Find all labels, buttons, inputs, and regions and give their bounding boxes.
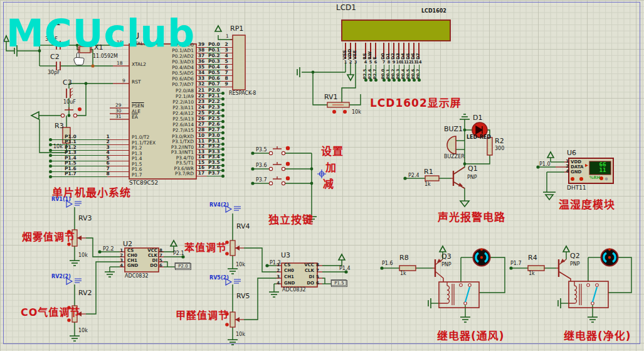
- rv2-tag: RV2(2): [51, 274, 71, 279]
- pin-number: 4: [117, 263, 123, 268]
- rv5-ref[interactable]: RV5: [236, 293, 250, 300]
- rv5-caption[interactable]: 甲醛值调节: [176, 311, 229, 321]
- rv4-value[interactable]: 10k: [236, 262, 245, 267]
- wire: [389, 65, 390, 79]
- rv2-ref[interactable]: RV2: [78, 289, 92, 296]
- pin-number: 3: [352, 60, 359, 65]
- net-label: P1.7: [65, 171, 77, 176]
- u6-ref[interactable]: U6: [567, 149, 576, 156]
- lcd-part[interactable]: LCD1602: [421, 9, 446, 14]
- buz1-ref[interactable]: BUZ1: [444, 126, 463, 132]
- pin-name: RW: [367, 43, 372, 60]
- relay2-net: P1.7: [510, 261, 522, 266]
- key2-label[interactable]: 加: [325, 163, 337, 173]
- x1-freq[interactable]: 11.0592M: [93, 54, 118, 59]
- pin-name: VCC: [147, 248, 157, 253]
- mcu-ref[interactable]: U: [133, 31, 139, 40]
- dht-caption[interactable]: 温湿度模块: [559, 200, 615, 210]
- c3-ref[interactable]: C3: [63, 79, 72, 86]
- ale-num: 30: [115, 109, 122, 114]
- respack-pin-number: 8: [220, 75, 233, 81]
- lcd-ref[interactable]: LCD1: [336, 4, 356, 11]
- alarm-caption[interactable]: 声光报警电路: [438, 212, 505, 223]
- rv2-caption[interactable]: CO气值调节: [21, 308, 80, 318]
- q2-ref[interactable]: Q2: [570, 252, 580, 259]
- r4-ref[interactable]: R4: [528, 254, 537, 261]
- r8-ref[interactable]: R8: [399, 254, 409, 261]
- net-dot: [408, 78, 411, 82]
- rv3-value[interactable]: 10k: [78, 253, 88, 258]
- r3-ref[interactable]: R3: [55, 122, 64, 129]
- pin-name: P2.7/A15: [147, 127, 194, 133]
- c2-ref[interactable]: C2: [50, 53, 60, 60]
- pin-name: VDD: [571, 159, 581, 165]
- rv1-ref[interactable]: RV1: [324, 94, 338, 100]
- pin-number: 7: [159, 253, 167, 258]
- d1-ref[interactable]: D1: [473, 114, 482, 121]
- pin-name: D0: [381, 43, 386, 60]
- r1-ref[interactable]: R1: [424, 168, 433, 175]
- pin-name: P3.1/TXD: [147, 139, 194, 144]
- r1-value[interactable]: 1k: [425, 182, 431, 187]
- net-label: P2.2: [208, 99, 220, 104]
- rp1-part[interactable]: RESPACK-8: [229, 91, 256, 96]
- c3-value[interactable]: 10uF: [63, 100, 76, 105]
- net-dot: [418, 78, 421, 82]
- u3-ref[interactable]: U3: [281, 252, 290, 259]
- pin-name: P0.1/AD1: [147, 48, 194, 53]
- pin-number: 17: [195, 170, 208, 176]
- wire: [409, 65, 410, 79]
- r2-ref[interactable]: R2: [495, 138, 504, 144]
- pin-name: VSS: [342, 43, 347, 60]
- mcu-p3-names: P3.0/RXDP3.1/TXDP3.2/INT0P3.3/INT1P3.4/T…: [147, 134, 194, 176]
- pin-number: 6: [372, 60, 379, 65]
- r8-value[interactable]: 1k: [400, 271, 406, 276]
- respack-pin-number: 3: [220, 47, 233, 53]
- u2-ref[interactable]: U2: [123, 240, 132, 247]
- pin-name: P0.2/AD2: [147, 53, 194, 59]
- pin-number: 24: [195, 104, 208, 110]
- net-label: P0.1: [208, 47, 220, 53]
- u3-right-pins: VCC 8 CLK 7 DI 5 DO 6: [288, 262, 324, 287]
- r2-value[interactable]: 300: [495, 146, 504, 151]
- x1-ref[interactable]: X1: [94, 44, 103, 51]
- pin-number: 26: [195, 116, 208, 121]
- rv2-value[interactable]: 10k: [78, 328, 88, 333]
- rv3-caption[interactable]: 烟雾值调节: [22, 232, 75, 242]
- schematic-canvas[interactable]: C1 30pF C2 30pF X1 11.0592M C3 10uF R3 1…: [0, 0, 644, 351]
- d1-part[interactable]: LED-RED: [467, 135, 491, 140]
- rv1-value[interactable]: 10k: [352, 110, 361, 115]
- relay2-caption[interactable]: 继电器(净化): [564, 331, 631, 342]
- key1-label[interactable]: 设置: [321, 146, 344, 157]
- xtal1-name: XTAL1: [132, 41, 146, 46]
- respack-pin-number: 9: [220, 81, 233, 87]
- rv5-value[interactable]: 10k: [236, 332, 245, 337]
- pin-number: 8: [316, 262, 324, 267]
- q1-ref[interactable]: Q1: [468, 165, 478, 172]
- rp1-ref[interactable]: RP1: [230, 25, 243, 32]
- key3-label[interactable]: 减: [323, 179, 334, 190]
- r4-value[interactable]: 1k: [529, 271, 535, 276]
- pin-name: DATA: [571, 165, 583, 170]
- buz1-part[interactable]: BUZZER: [444, 154, 465, 159]
- relay1-caption[interactable]: 继电器(通风): [437, 331, 505, 342]
- psen-name: PSEN: [132, 104, 144, 109]
- rv3-ref[interactable]: RV3: [78, 215, 92, 222]
- rv4-ref[interactable]: RV4: [236, 223, 250, 230]
- c1-value[interactable]: 30pF: [45, 37, 58, 42]
- lcd-power-pins: VSS 1 VDD 2 VEE 3: [343, 43, 358, 82]
- mcu-part[interactable]: STC89C52: [129, 180, 158, 186]
- lcd-caption[interactable]: LCD1602显示屏: [370, 98, 462, 109]
- u3-part[interactable]: ADC0832: [282, 288, 306, 293]
- c2-value[interactable]: 30pF: [48, 70, 60, 75]
- pin-name: P0.6/AD6: [147, 76, 194, 82]
- pin-row: DO 6: [132, 263, 167, 268]
- u6-part[interactable]: DHT11: [567, 185, 586, 191]
- pin-name: GND: [571, 170, 581, 175]
- rv4-caption[interactable]: 苯值调节: [184, 243, 227, 253]
- c1-ref[interactable]: C1: [51, 19, 61, 26]
- q3-ref[interactable]: Q3: [441, 253, 451, 260]
- key3-net: P3.7: [256, 178, 267, 183]
- keys-caption[interactable]: 独立按键: [268, 215, 314, 225]
- u2-part[interactable]: ADC0832: [125, 274, 149, 279]
